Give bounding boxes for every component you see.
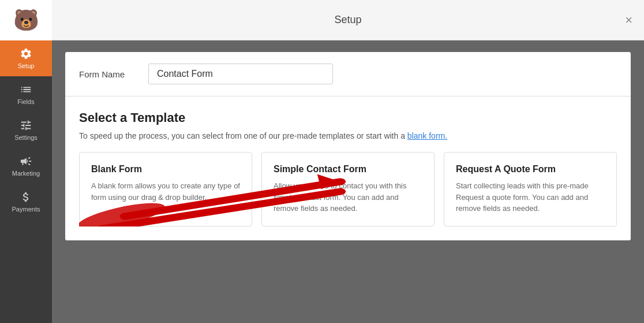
- template-description: To speed up the process, you can select …: [79, 131, 617, 140]
- blank-form-card-desc: A blank form allows you to create any ty…: [91, 180, 240, 203]
- main-content: Setup × Form Name Select a Template To s…: [52, 0, 644, 323]
- bear-logo-icon: 🐻: [13, 8, 39, 32]
- sidebar-item-setup-label: Setup: [18, 62, 35, 69]
- form-name-label: Form Name: [79, 69, 137, 79]
- top-bar: Setup ×: [52, 0, 644, 40]
- sidebar-item-payments[interactable]: Payments: [0, 184, 52, 220]
- sidebar-item-marketing[interactable]: Marketing: [0, 148, 52, 184]
- blank-form-link[interactable]: blank form.: [407, 131, 447, 140]
- sidebar: 🐻 Setup Fields Settings Marketing Paymen…: [0, 0, 52, 323]
- megaphone-icon: [20, 155, 32, 168]
- sidebar-item-fields-label: Fields: [17, 98, 34, 105]
- page-title: Setup: [334, 14, 361, 26]
- sidebar-item-settings[interactable]: Settings: [0, 112, 52, 148]
- simple-contact-form-card-desc: Allow your users to contact you with thi…: [274, 180, 422, 214]
- blank-form-card[interactable]: Blank Form A blank form allows you to cr…: [79, 152, 252, 227]
- sidebar-item-setup[interactable]: Setup: [0, 40, 52, 76]
- settings-icon: [20, 119, 32, 132]
- close-button[interactable]: ×: [625, 14, 632, 27]
- fields-icon: [20, 83, 32, 96]
- cards-container: Blank Form A blank form allows you to cr…: [79, 152, 617, 227]
- request-quote-form-card[interactable]: Request A Quote Form Start collecting le…: [444, 152, 617, 227]
- template-section: Select a Template To speed up the proces…: [65, 96, 631, 240]
- sidebar-item-payments-label: Payments: [12, 206, 40, 213]
- template-desc-prefix: To speed up the process, you can select …: [79, 131, 405, 140]
- sidebar-item-marketing-label: Marketing: [12, 170, 40, 177]
- simple-contact-form-card-title: Simple Contact Form: [274, 164, 422, 175]
- gear-icon: [20, 47, 32, 60]
- form-panel: Form Name Select a Template To speed up …: [65, 52, 631, 240]
- request-quote-form-card-title: Request A Quote Form: [456, 164, 605, 175]
- form-name-input[interactable]: [148, 64, 333, 84]
- request-quote-form-card-desc: Start collecting leads with this pre-mad…: [456, 180, 605, 214]
- template-section-title: Select a Template: [79, 110, 617, 125]
- blank-form-card-title: Blank Form: [91, 164, 240, 175]
- simple-contact-form-card[interactable]: Simple Contact Form Allow your users to …: [261, 152, 435, 227]
- form-name-row: Form Name: [65, 52, 631, 96]
- app-logo: 🐻: [0, 0, 52, 40]
- content-area: Form Name Select a Template To speed up …: [52, 40, 644, 323]
- dollar-icon: [20, 191, 32, 203]
- template-cards: Blank Form A blank form allows you to cr…: [79, 152, 617, 227]
- sidebar-item-fields[interactable]: Fields: [0, 76, 52, 112]
- sidebar-item-settings-label: Settings: [14, 134, 38, 141]
